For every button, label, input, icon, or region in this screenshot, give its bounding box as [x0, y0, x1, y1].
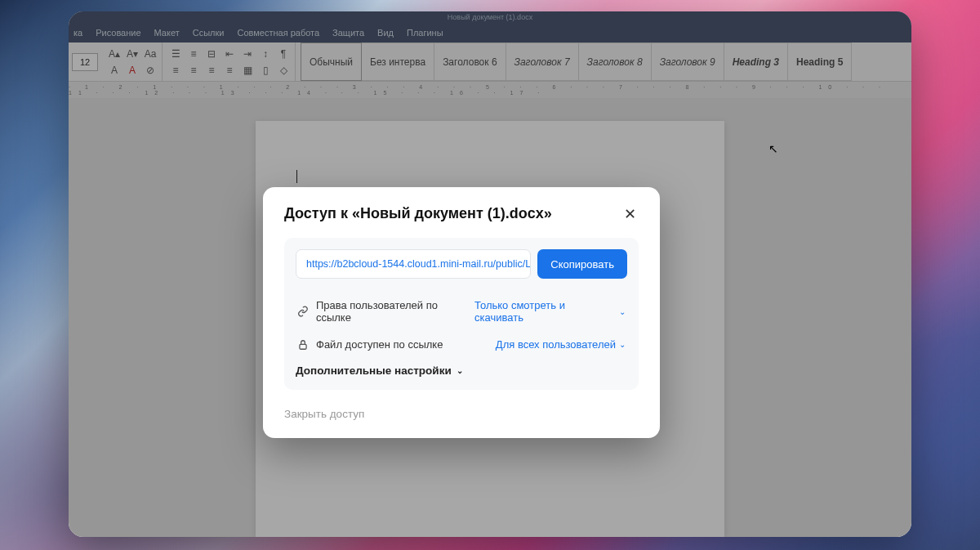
close-access-button[interactable]: Закрыть доступ: [284, 408, 639, 420]
availability-row: Файл доступен по ссылке Для всех пользов…: [296, 331, 627, 358]
share-url-input[interactable]: https://b2bcloud-1544.cloud1.mini-mail.r…: [296, 249, 531, 279]
chevron-down-icon: ⌄: [619, 307, 626, 316]
link-icon: [297, 306, 309, 317]
lock-icon: [297, 339, 309, 351]
copy-button[interactable]: Скопировать: [537, 249, 627, 279]
rights-dropdown[interactable]: Только смотреть и скачивать ⌄: [474, 299, 626, 324]
svg-rect-0: [300, 344, 306, 349]
share-settings-panel: https://b2bcloud-1544.cloud1.mini-mail.r…: [284, 238, 639, 390]
availability-label: Файл доступен по ссылке: [316, 338, 443, 351]
rights-row: Права пользователей по ссылке Только смо…: [296, 292, 627, 331]
dialog-title: Доступ к «Новый документ (1).docx»: [284, 205, 552, 222]
close-icon[interactable]: ✕: [621, 205, 639, 223]
chevron-down-icon: ⌄: [619, 340, 626, 349]
share-dialog: Доступ к «Новый документ (1).docx» ✕ htt…: [263, 187, 660, 438]
availability-dropdown[interactable]: Для всех пользователей ⌄: [496, 338, 626, 351]
rights-label: Права пользователей по ссылке: [316, 299, 474, 324]
chevron-down-icon: ⌄: [457, 366, 463, 375]
additional-settings-toggle[interactable]: Дополнительные настройки ⌄: [296, 364, 627, 377]
